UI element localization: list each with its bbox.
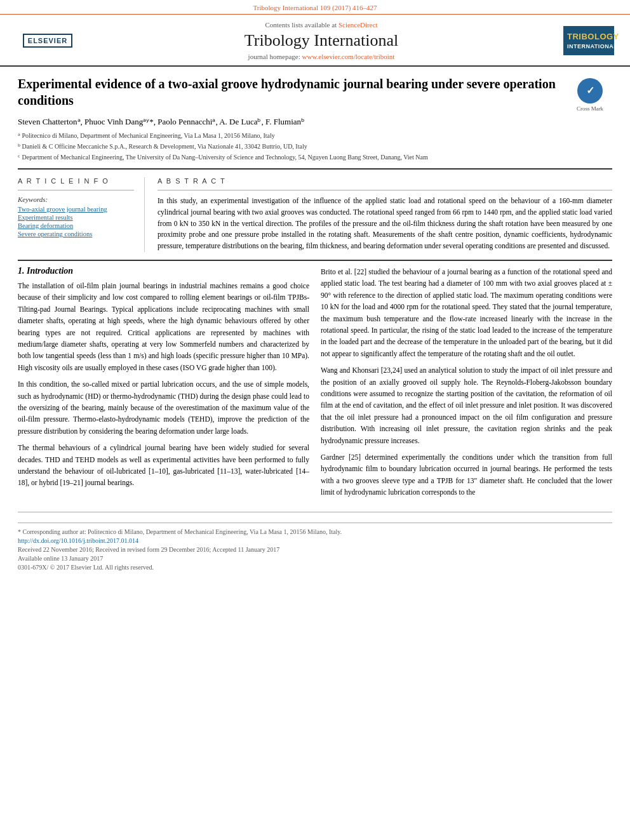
right-col: Brito et al. [22] studied the behaviour … — [321, 266, 612, 503]
section1-para2: In this condition, the so-called mixed o… — [18, 378, 309, 437]
received-line: Received 22 November 2016; Received in r… — [18, 546, 612, 553]
badge-title-line2: INTERNATIONAL — [567, 43, 610, 51]
article-title-text: Experimental evidence of a two-axial gro… — [18, 76, 561, 109]
affiliation-b: ᵇ Danieli & C Officine Meccaniche S.p.A.… — [18, 142, 612, 151]
section1-para1: The installation of oil-film plain journ… — [18, 280, 309, 373]
available-line: Available online 13 January 2017 — [18, 555, 612, 562]
keyword-4[interactable]: Severe operating conditions — [18, 230, 134, 237]
elsevier-logo: ELSEVIER — [23, 34, 72, 48]
svg-text:✓: ✓ — [586, 85, 594, 96]
journal-header: ELSEVIER Contents lists available at Sci… — [0, 15, 630, 67]
right-para2: Wang and Khonsari [23,24] used an analyt… — [321, 364, 612, 446]
homepage-line: journal homepage: www.elsevier.com/locat… — [89, 53, 554, 60]
journal-citation-text: Tribology International 109 (2017) 416–4… — [253, 4, 377, 11]
sciencedirect-link[interactable]: ScienceDirect — [338, 21, 378, 29]
keyword-1[interactable]: Two-axial groove journal bearing — [18, 206, 134, 213]
crossmark-badge[interactable]: ✓ Cross Mark — [568, 76, 612, 112]
badge-title-line1: TRIBOLOGY — [567, 31, 610, 43]
right-para1: Brito et al. [22] studied the behaviour … — [321, 266, 612, 359]
crossmark-icon[interactable]: ✓ — [577, 78, 603, 103]
affiliation-c: ᶜ Department of Mechanical Engineering, … — [18, 152, 612, 162]
article-info-divider — [18, 190, 134, 190]
journal-citation-line: Tribology International 109 (2017) 416–4… — [0, 0, 630, 15]
section1-para3: The thermal behaviours of a cylindrical … — [18, 442, 309, 489]
tribology-badge: TRIBOLOGY INTERNATIONAL — [563, 26, 614, 56]
right-para3: Gardner [25] determined experimentally t… — [321, 451, 612, 498]
keywords-list: Two-axial groove journal bearing Experim… — [18, 206, 134, 237]
journal-title: Tribology International — [89, 31, 554, 50]
abstract-label: A B S T R A C T — [158, 177, 612, 185]
footer-divider — [18, 523, 612, 523]
abstract-end-divider — [18, 260, 612, 261]
keywords-label: Keywords: — [18, 196, 134, 203]
elsevier-logo-area: ELSEVIER — [13, 34, 83, 48]
sciencedirect-line: Contents lists available at ScienceDirec… — [89, 21, 554, 29]
article-info-col: A R T I C L E I N F O Keywords: Two-axia… — [18, 177, 145, 252]
keyword-3[interactable]: Bearing deformation — [18, 222, 134, 229]
article-footer: * Corresponding author at: Politecnico d… — [18, 512, 612, 571]
section1-heading: 1. Introduction — [18, 266, 309, 276]
article-title: Experimental evidence of a two-axial gro… — [18, 76, 561, 109]
crossmark-svg: ✓ — [582, 83, 598, 98]
article-title-section: Experimental evidence of a two-axial gro… — [18, 76, 612, 112]
affiliations: ᵃ Politecnico di Milano, Department of M… — [18, 131, 612, 162]
abstract-col: A B S T R A C T In this study, an experi… — [158, 177, 612, 252]
title-divider — [18, 168, 612, 170]
article-info-abstract: A R T I C L E I N F O Keywords: Two-axia… — [18, 175, 612, 252]
abstract-text: In this study, an experimental investiga… — [158, 196, 612, 252]
crossmark-label: Cross Mark — [577, 105, 603, 112]
tribology-badge-area: TRIBOLOGY INTERNATIONAL — [560, 26, 617, 56]
homepage-link[interactable]: www.elsevier.com/locate/triboint — [302, 53, 395, 60]
main-columns: 1. Introduction The installation of oil-… — [18, 266, 612, 503]
copyright-line: 0301-679X/ © 2017 Elsevier Ltd. All righ… — [18, 564, 612, 571]
left-col: 1. Introduction The installation of oil-… — [18, 266, 309, 503]
authors-line: Steven Chattertonᵃ, Phuoc Vinh Dangᵃʸ*, … — [18, 117, 612, 127]
header-center: Contents lists available at ScienceDirec… — [89, 21, 554, 60]
article-body: Experimental evidence of a two-axial gro… — [0, 67, 630, 579]
abstract-divider — [158, 190, 612, 190]
affiliation-a: ᵃ Politecnico di Milano, Department of M… — [18, 131, 612, 140]
corresponding-note: * Corresponding author at: Politecnico d… — [18, 528, 612, 535]
article-info-label: A R T I C L E I N F O — [18, 177, 134, 185]
keyword-2[interactable]: Experimental results — [18, 214, 134, 221]
doi-link[interactable]: http://dx.doi.org/10.1016/j.triboint.201… — [18, 537, 138, 544]
doi-line[interactable]: http://dx.doi.org/10.1016/j.triboint.201… — [18, 537, 612, 544]
